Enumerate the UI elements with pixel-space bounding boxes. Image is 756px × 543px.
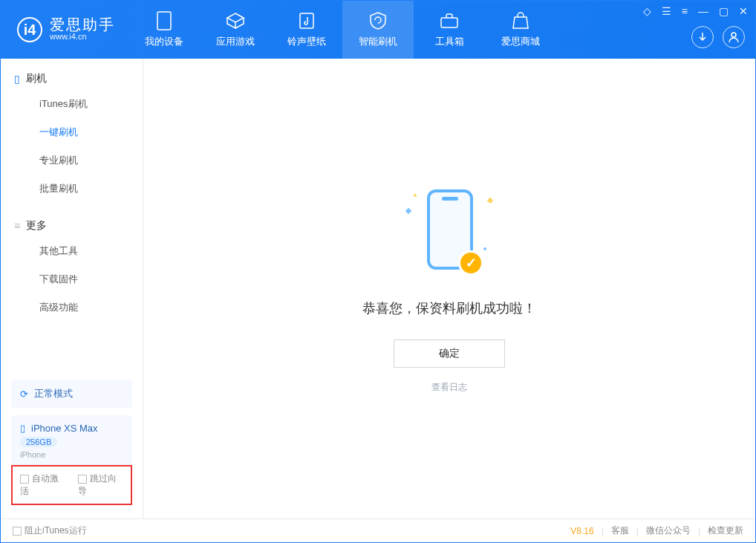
mode-card[interactable]: ⟳ 正常模式 <box>11 380 132 408</box>
separator: | <box>698 526 700 536</box>
app-name: 爱思助手 <box>50 17 115 32</box>
sidebar-item-other-tools[interactable]: 其他工具 <box>1 237 143 265</box>
tab-label: 我的设备 <box>145 35 183 48</box>
main-content: ✓ 恭喜您，保资料刷机成功啦！ 确定 查看日志 <box>143 59 755 518</box>
footer-link-update[interactable]: 检查更新 <box>708 524 743 537</box>
shirt-icon[interactable]: ◇ <box>643 5 651 17</box>
more-icon: ≡ <box>14 220 20 232</box>
app-url: www.i4.cn <box>50 32 115 42</box>
status-bar: 阻止iTunes运行 V8.16 | 客服 | 微信公众号 | 检查更新 <box>1 518 755 542</box>
minimize-icon[interactable]: — <box>698 5 708 17</box>
sidebar-section-title: 更多 <box>26 219 47 233</box>
tab-ringtones-wallpapers[interactable]: 铃声壁纸 <box>271 1 342 59</box>
success-illustration: ✓ <box>405 183 494 280</box>
user-button[interactable] <box>723 26 745 48</box>
device-type: iPhone <box>20 450 123 459</box>
sidebar-head-flash: ▯ 刷机 <box>1 72 143 90</box>
sidebar-item-batch-flash[interactable]: 批量刷机 <box>1 175 143 203</box>
footer-link-wechat[interactable]: 微信公众号 <box>646 524 691 537</box>
main-tabs: 我的设备 应用游戏 铃声壁纸 智能刷机 工具箱 爱思商城 <box>128 1 556 59</box>
version-label: V8.16 <box>570 526 593 536</box>
menu-icon[interactable]: ≡ <box>682 5 688 17</box>
tab-label: 铃声壁纸 <box>287 35 326 48</box>
sidebar-item-download-firmware[interactable]: 下载固件 <box>1 265 143 293</box>
ok-button[interactable]: 确定 <box>394 339 505 368</box>
storage-badge: 256GB <box>20 437 57 447</box>
sidebar-section-title: 刷机 <box>26 72 47 85</box>
auto-activate-checkbox[interactable]: 自动激活 <box>20 472 66 498</box>
sidebar-head-more: ≡ 更多 <box>1 219 143 237</box>
download-button[interactable] <box>691 26 714 48</box>
header-circle-buttons <box>691 26 745 48</box>
sparkle-icon <box>405 208 411 214</box>
block-itunes-checkbox[interactable]: 阻止iTunes运行 <box>13 524 87 537</box>
phone-small-icon: ▯ <box>20 423 25 434</box>
logo-text: 爱思助手 www.i4.cn <box>50 17 115 42</box>
footer-link-support[interactable]: 客服 <box>611 524 629 537</box>
device-icon <box>153 11 175 30</box>
highlighted-checkbox-row: 自动激活 跳过向导 <box>11 465 132 505</box>
phone-icon: ▯ <box>14 73 20 85</box>
music-file-icon <box>296 11 318 30</box>
footer-left: 阻止iTunes运行 <box>13 524 87 537</box>
tab-label: 工具箱 <box>435 35 464 48</box>
close-icon[interactable]: ✕ <box>739 5 748 17</box>
toolbox-icon <box>438 11 460 30</box>
logo-icon: i4 <box>17 17 42 42</box>
success-message: 恭喜您，保资料刷机成功啦！ <box>362 299 536 317</box>
footer-right: V8.16 | 客服 | 微信公众号 | 检查更新 <box>570 524 743 537</box>
shield-refresh-icon <box>367 11 389 30</box>
separator: | <box>602 526 604 536</box>
refresh-icon: ⟳ <box>20 388 28 400</box>
list-icon[interactable]: ☰ <box>662 5 671 17</box>
dot-icon <box>483 247 486 250</box>
maximize-icon[interactable]: ▢ <box>719 5 729 17</box>
dot-icon <box>414 194 417 197</box>
tab-label: 爱思商城 <box>501 35 540 48</box>
skip-guide-checkbox[interactable]: 跳过向导 <box>78 472 124 498</box>
bag-icon <box>509 11 532 30</box>
separator: | <box>636 526 639 536</box>
check-badge-icon: ✓ <box>458 250 483 276</box>
tab-label: 智能刷机 <box>359 35 397 48</box>
sidebar-cards: ⟳ 正常模式 ▯ iPhone XS Max 256GB iPhone <box>11 380 132 466</box>
device-card[interactable]: ▯ iPhone XS Max 256GB iPhone <box>11 415 132 466</box>
svg-rect-1 <box>300 13 313 28</box>
svg-rect-0 <box>157 12 171 30</box>
mode-label: 正常模式 <box>34 387 73 400</box>
tab-store[interactable]: 爱思商城 <box>485 1 556 59</box>
sidebar-section-more: ≡ 更多 其他工具 下载固件 高级功能 <box>1 206 143 325</box>
sidebar-item-oneclick-flash[interactable]: 一键刷机 <box>1 118 143 146</box>
tab-smart-flash[interactable]: 智能刷机 <box>342 1 414 59</box>
svg-point-3 <box>731 33 736 37</box>
tab-apps-games[interactable]: 应用游戏 <box>200 1 271 59</box>
title-bar: i4 爱思助手 www.i4.cn 我的设备 应用游戏 铃声壁纸 智能刷机 工具… <box>1 1 755 59</box>
sparkle-icon <box>487 198 493 204</box>
sidebar-section-flash: ▯ 刷机 iTunes刷机 一键刷机 专业刷机 批量刷机 <box>1 59 143 206</box>
tab-my-device[interactable]: 我的设备 <box>128 1 200 59</box>
cube-icon <box>224 11 247 30</box>
sidebar-item-advanced[interactable]: 高级功能 <box>1 293 143 322</box>
tab-label: 应用游戏 <box>216 35 255 48</box>
device-name: iPhone XS Max <box>31 423 98 434</box>
svg-rect-2 <box>441 18 457 27</box>
sidebar: ▯ 刷机 iTunes刷机 一键刷机 专业刷机 批量刷机 ≡ 更多 其他工具 下… <box>1 59 143 518</box>
window-controls-row: ◇ ☰ ≡ — ▢ ✕ <box>643 5 748 17</box>
tab-toolbox[interactable]: 工具箱 <box>414 1 485 59</box>
app-logo: i4 爱思助手 www.i4.cn <box>1 17 128 42</box>
view-log-link[interactable]: 查看日志 <box>431 381 467 394</box>
sidebar-item-pro-flash[interactable]: 专业刷机 <box>1 146 143 175</box>
sidebar-item-itunes-flash[interactable]: iTunes刷机 <box>1 90 143 118</box>
